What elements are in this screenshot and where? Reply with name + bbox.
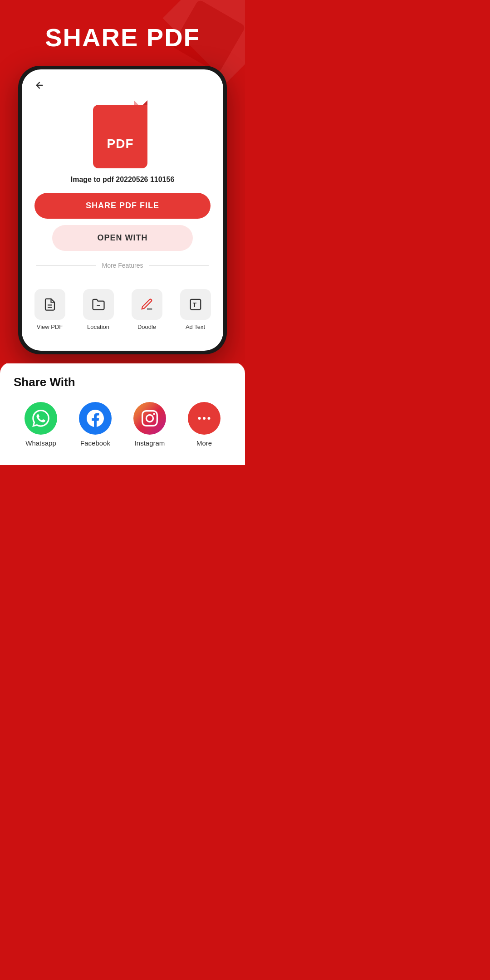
svg-point-7: [208, 417, 211, 420]
instagram-label: Instagram: [135, 439, 165, 447]
divider: More Features: [34, 262, 211, 269]
pdf-icon-container: PDF: [34, 100, 211, 168]
share-pdf-button[interactable]: SHARE PDF FILE: [34, 193, 211, 219]
more-label: More: [196, 439, 212, 447]
facebook-icon: [79, 402, 112, 435]
more-icon: [188, 402, 220, 435]
feature-doodle[interactable]: Doodle: [132, 289, 162, 330]
share-instagram[interactable]: Instagram: [133, 402, 166, 447]
whatsapp-label: Whatsapp: [25, 439, 56, 447]
divider-line-left: [36, 265, 96, 266]
feature-ad-text[interactable]: T Ad Text: [180, 289, 211, 330]
pdf-file-icon: PDF: [93, 100, 152, 168]
location-label: Location: [87, 323, 109, 330]
phone-mockup: PDF Image to pdf 20220526 110156 SHARE P…: [18, 66, 227, 354]
share-whatsapp[interactable]: Whatsapp: [24, 402, 57, 447]
instagram-icon: [133, 402, 166, 435]
view-pdf-icon-box: [34, 289, 65, 320]
doodle-icon-box: [132, 289, 162, 320]
share-sheet: Share With Whatsapp Facebook: [0, 363, 245, 465]
doodle-label: Doodle: [137, 323, 156, 330]
phone-screen: PDF Image to pdf 20220526 110156 SHARE P…: [22, 69, 223, 351]
svg-point-5: [198, 417, 201, 420]
open-with-button[interactable]: OPEN WITH: [52, 225, 193, 251]
svg-text:T: T: [192, 302, 196, 309]
location-icon-box: [83, 289, 114, 320]
facebook-label: Facebook: [80, 439, 110, 447]
ad-text-label: Ad Text: [186, 323, 205, 330]
back-button[interactable]: [34, 80, 44, 93]
svg-point-6: [203, 417, 206, 420]
hero-section: SHARE PDF PDF: [0, 0, 245, 363]
feature-location[interactable]: Location: [83, 289, 114, 330]
share-more[interactable]: More: [188, 402, 220, 447]
share-facebook[interactable]: Facebook: [79, 402, 112, 447]
share-with-title: Share With: [14, 375, 231, 389]
features-grid: View PDF Location: [22, 289, 223, 341]
hero-title: SHARE PDF: [0, 0, 245, 66]
whatsapp-icon: [24, 402, 57, 435]
more-features-label: More Features: [102, 262, 143, 269]
file-name: Image to pdf 20220526 110156: [34, 176, 211, 184]
share-apps-row: Whatsapp Facebook Instagram: [14, 402, 231, 447]
doc-body: PDF: [93, 105, 147, 168]
app-content: PDF Image to pdf 20220526 110156 SHARE P…: [22, 69, 223, 289]
ad-text-icon-box: T: [180, 289, 211, 320]
feature-view-pdf[interactable]: View PDF: [34, 289, 65, 330]
view-pdf-label: View PDF: [37, 323, 63, 330]
pdf-icon-label: PDF: [107, 137, 134, 151]
divider-line-right: [149, 265, 209, 266]
